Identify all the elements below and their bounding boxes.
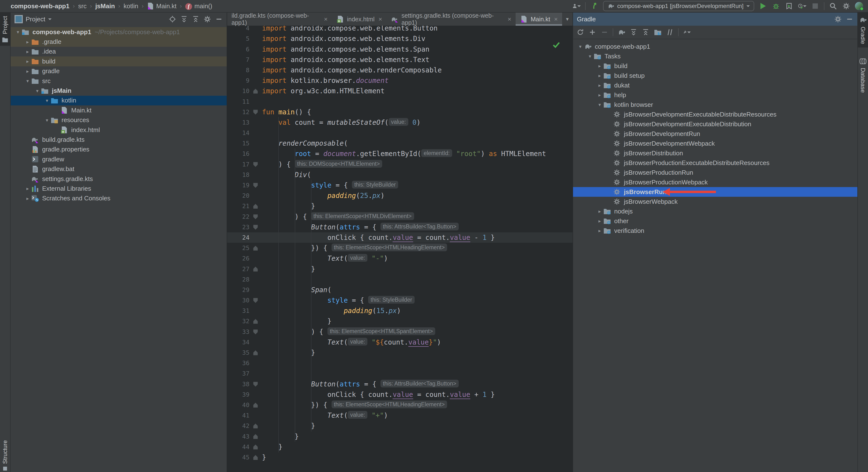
stripe-tab-gradle[interactable]: Gradle: [858, 12, 868, 48]
wrench-icon[interactable]: [683, 28, 691, 36]
expand-all-icon[interactable]: [630, 28, 638, 36]
code-text[interactable]: }: [262, 452, 266, 463]
project-tree-item-index-html[interactable]: Hindex.html: [11, 125, 227, 135]
code-text[interactable]: Button(attrs = { this: AttrsBuilder<Tag.…: [262, 379, 459, 389]
code-text[interactable]: }: [262, 316, 332, 326]
breadcrumb-item-kotlin[interactable]: kotlin: [124, 2, 138, 10]
project-tree-item-kotlin[interactable]: ▾kotlin: [11, 96, 227, 106]
stop-button[interactable]: [811, 2, 819, 10]
gradle-task-item-jsbrowserdevelopmentexecutabledistributeresources[interactable]: jsBrowserDevelopmentExecutableDistribute…: [573, 110, 857, 119]
coverage-button[interactable]: [785, 2, 794, 10]
chevron-down-icon[interactable]: ▾: [34, 88, 41, 94]
project-tree-item-resources[interactable]: ▾resources: [11, 115, 227, 125]
chevron-down-icon[interactable]: ▾: [587, 53, 593, 59]
gradle-task-item-tasks[interactable]: ▾Tasks: [573, 51, 857, 61]
fold-marker-icon[interactable]: [253, 89, 258, 93]
close-icon[interactable]: ×: [324, 16, 328, 23]
fold-marker-icon[interactable]: [253, 455, 258, 460]
chevron-down-icon[interactable]: ▾: [24, 78, 31, 84]
fold-marker-icon[interactable]: [253, 214, 258, 219]
fold-marker-icon[interactable]: [253, 162, 258, 167]
vcs-update-icon[interactable]: [590, 2, 599, 10]
tab-settings-gradle-kts-compose-web-app1[interactable]: settings.gradle.kts (compose-web-app1)×: [386, 12, 516, 26]
chevron-right-icon[interactable]: ▸: [596, 228, 603, 234]
gradle-task-item-build-setup[interactable]: ▸build setup: [573, 71, 857, 81]
breadcrumb-item-src[interactable]: src: [78, 2, 87, 10]
code-text[interactable]: }: [262, 421, 315, 431]
code-text[interactable]: renderComposable(: [262, 138, 348, 149]
close-icon[interactable]: ×: [507, 16, 511, 23]
gradle-task-item-jsbrowserdevelopmentwebpack[interactable]: jsBrowserDevelopmentWebpack: [573, 139, 857, 148]
code-text[interactable]: import androidx.compose.web.renderCompos…: [262, 65, 442, 76]
gradle-task-item-kotlin-browser[interactable]: ▾kotlin browser: [573, 100, 857, 110]
chevron-right-icon[interactable]: ▸: [596, 208, 603, 214]
fold-marker-icon[interactable]: [253, 319, 258, 324]
fold-marker-icon[interactable]: [253, 403, 258, 408]
code-text[interactable]: }: [262, 348, 315, 358]
offline-icon[interactable]: [666, 28, 674, 36]
gradle-task-item-jsbrowserproductionwebpack[interactable]: jsBrowserProductionWebpack: [573, 177, 857, 187]
expand-all-icon[interactable]: [180, 15, 188, 23]
editor-body[interactable]: 4import androidx.compose.web.elements.Bu…: [227, 26, 572, 472]
code-text[interactable]: import kotlinx.browser.document: [262, 76, 389, 86]
gradle-task-item-verification[interactable]: ▸verification: [573, 226, 857, 236]
code-text[interactable]: padding(25.px): [262, 190, 384, 201]
inspections-ok-icon[interactable]: [553, 42, 560, 48]
project-tree-item-gradlew-bat[interactable]: gradlew.bat: [11, 164, 227, 174]
code-text[interactable]: val count = mutableStateOf(value: 0): [262, 117, 421, 128]
code-text[interactable]: style = { this: StyleBuilder: [262, 295, 414, 305]
chevron-down-icon[interactable]: ▾: [43, 98, 51, 104]
chevron-right-icon[interactable]: ▸: [596, 82, 603, 88]
search-everywhere-button[interactable]: [829, 2, 837, 10]
stripe-tab-database[interactable]: Database: [858, 54, 868, 96]
close-icon[interactable]: ×: [554, 16, 558, 23]
project-tree-item-settings-gradle-kts[interactable]: settings.gradle.kts: [11, 174, 227, 184]
project-tree-item-compose-web-app1[interactable]: ▾compose-web-app1~/Projects/compose-web-…: [11, 27, 227, 37]
project-tree-item-gradlew[interactable]: gradlew: [11, 154, 227, 164]
project-tree-item-gradle-properties[interactable]: gradle.properties: [11, 145, 227, 154]
gradle-task-item-help[interactable]: ▸help: [573, 90, 857, 100]
chevron-right-icon[interactable]: ▸: [24, 196, 31, 201]
fold-marker-icon[interactable]: [253, 183, 258, 188]
chevron-down-icon[interactable]: ▾: [43, 117, 51, 123]
code-text[interactable]: Span(: [262, 285, 332, 295]
close-icon[interactable]: ×: [378, 16, 382, 23]
settings-button[interactable]: [842, 2, 850, 10]
project-tree-item-external-libraries[interactable]: ▸External Libraries: [11, 184, 227, 194]
code-text[interactable]: }: [262, 201, 315, 211]
avatar[interactable]: [855, 2, 863, 10]
code-text[interactable]: Text(value: "-"): [262, 253, 388, 264]
stripe-tab-structure[interactable]: Structure: [0, 440, 10, 471]
gradle-task-item-jsbrowserproductionrun[interactable]: jsBrowserProductionRun: [573, 168, 857, 177]
chevron-right-icon[interactable]: ▸: [596, 218, 603, 224]
code-text[interactable]: }: [262, 431, 299, 442]
run-button[interactable]: [758, 2, 767, 10]
code-text[interactable]: onClick { count.value = count.value + 1 …: [262, 389, 495, 400]
chevron-right-icon[interactable]: ▸: [24, 186, 31, 191]
fold-marker-icon[interactable]: [253, 225, 258, 230]
code-text[interactable]: import org.w3c.dom.HTMLElement: [262, 86, 384, 96]
code-text[interactable]: import androidx.compose.web.elements.Tex…: [262, 55, 429, 65]
project-tree-item-main-kt[interactable]: Main.kt: [11, 106, 227, 115]
project-tree-item-idea[interactable]: ▸.idea: [11, 47, 227, 56]
chevron-right-icon[interactable]: ▸: [24, 39, 31, 45]
code-text[interactable]: }) { this: ElementScope<HTMLHeadingEleme…: [262, 243, 447, 253]
code-text[interactable]: ) { this: ElementScope<HTMLSpanElement>: [262, 327, 435, 337]
code-text[interactable]: }: [262, 264, 315, 274]
settings-icon[interactable]: [204, 15, 211, 23]
code-text[interactable]: import androidx.compose.web.elements.But…: [262, 26, 438, 33]
project-tree-item-jsmain[interactable]: ▾jsMain: [11, 86, 227, 95]
code-text[interactable]: }) { this: ElementScope<HTMLHeadingEleme…: [262, 400, 447, 410]
gradle-task-item-jsbrowserdistribution[interactable]: jsBrowserDistribution: [573, 148, 857, 158]
refresh-icon[interactable]: [577, 28, 584, 36]
tab-ild-gradle-kts-compose-web-app1[interactable]: ild.gradle.kts (compose-web-app1)×: [227, 12, 332, 26]
user-icon[interactable]: [572, 2, 581, 10]
fold-marker-icon[interactable]: [253, 350, 258, 355]
code-text[interactable]: Button(attrs = { this: AttrsBuilder<Tag.…: [262, 222, 459, 232]
breadcrumb-item-jsmain[interactable]: jsMain: [95, 2, 115, 10]
gradle-task-item-jsbrowserrun[interactable]: jsBrowserRun: [573, 187, 857, 197]
project-tree-item-scratches-and-consoles[interactable]: ▸Scratches and Consoles: [11, 194, 227, 203]
sourcesets-icon[interactable]: [654, 28, 662, 36]
code-text[interactable]: onClick { count.value = count.value - 1 …: [262, 232, 495, 243]
remove-icon[interactable]: [600, 28, 609, 36]
